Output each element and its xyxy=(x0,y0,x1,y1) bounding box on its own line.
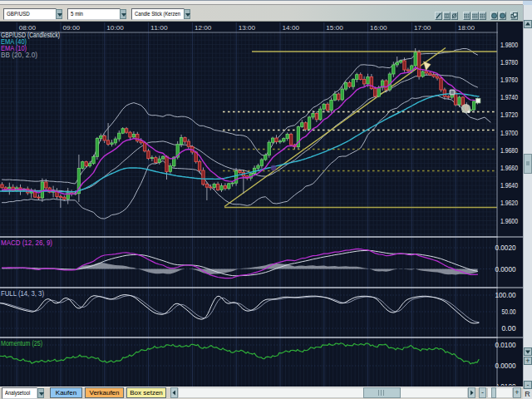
svg-text:1.9760: 1.9760 xyxy=(500,76,518,84)
svg-text:15:00: 15:00 xyxy=(326,24,343,32)
svg-text:1.9800: 1.9800 xyxy=(500,41,518,49)
svg-text:0.00: 0.00 xyxy=(502,324,516,332)
svg-text:1.9620: 1.9620 xyxy=(500,199,518,207)
svg-text:1.9740: 1.9740 xyxy=(500,93,518,101)
svg-text:16:00: 16:00 xyxy=(370,24,387,32)
svg-text:MACD (12, 26, 9): MACD (12, 26, 9) xyxy=(1,239,52,247)
svg-text:11:00: 11:00 xyxy=(150,24,168,32)
svg-text:14:00: 14:00 xyxy=(283,24,300,32)
svg-text:1.9720: 1.9720 xyxy=(500,111,518,119)
svg-text:1.9660: 1.9660 xyxy=(500,164,518,172)
svg-text:17:00: 17:00 xyxy=(414,24,431,32)
svg-text:09:00: 09:00 xyxy=(63,24,81,32)
svg-text:0.0000: 0.0000 xyxy=(495,362,516,370)
svg-text:FULL (14, 3, 3): FULL (14, 3, 3) xyxy=(1,289,44,298)
svg-text:0.0100: 0.0100 xyxy=(495,341,516,349)
svg-text:1.9640: 1.9640 xyxy=(500,181,518,190)
svg-text:Momentum (25): Momentum (25) xyxy=(1,339,42,347)
svg-text:50.00: 50.00 xyxy=(502,308,516,316)
svg-text:BB (20, 2.0): BB (20, 2.0) xyxy=(1,51,37,59)
svg-text:1.9600: 1.9600 xyxy=(500,217,518,225)
svg-text:1.9700: 1.9700 xyxy=(500,129,518,137)
svg-text:0.0020: 0.0020 xyxy=(495,244,516,252)
svg-text:10:00: 10:00 xyxy=(106,24,124,32)
svg-text:100.00: 100.00 xyxy=(495,291,516,299)
svg-text:1.9780: 1.9780 xyxy=(500,58,518,66)
svg-text:12:00: 12:00 xyxy=(195,24,212,32)
svg-text:18:00: 18:00 xyxy=(458,24,475,32)
svg-text:1.9680: 1.9680 xyxy=(500,146,518,155)
svg-text:0.0000: 0.0000 xyxy=(495,265,516,273)
svg-text:13:00: 13:00 xyxy=(239,24,256,32)
